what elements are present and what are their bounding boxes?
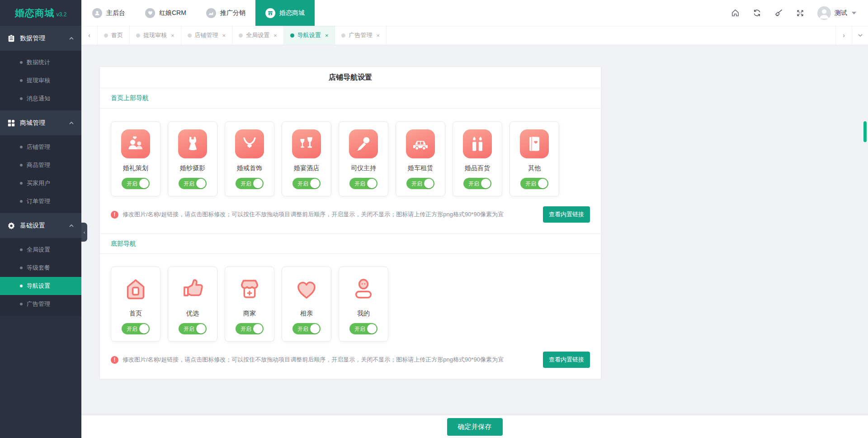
toggle-knob xyxy=(310,324,320,333)
tab-bar: ‹ 首页 提现审核 × 店铺管理 × 全局设置 × 导航设置 × 广告管理 xyxy=(81,26,868,45)
sidebar-item-shop-manage[interactable]: 店铺管理 xyxy=(0,138,81,156)
clear-cache-broom-icon[interactable] xyxy=(774,9,783,18)
sidebar-group-label: 商城管理 xyxy=(20,119,69,127)
nav-card-label: 婚品百货 xyxy=(465,164,490,172)
profile-outline-icon xyxy=(349,275,378,304)
nav-card-toggle[interactable]: 开启 xyxy=(179,323,207,334)
nav-card-toggle[interactable]: 开启 xyxy=(179,178,207,189)
tab-menu-icon[interactable] xyxy=(852,26,868,45)
couple-icon xyxy=(121,129,150,158)
nav-card-label: 婚戒首饰 xyxy=(237,164,262,172)
nav-card-merchant[interactable]: 商家 开启 xyxy=(225,267,274,342)
thumbs-up-icon xyxy=(178,275,208,304)
nav-card-label: 婚纱摄影 xyxy=(180,164,205,172)
tab-global-settings[interactable]: 全局设置 × xyxy=(232,26,284,45)
view-links-button[interactable]: 查看内置链接 xyxy=(543,352,590,368)
sidebar-group-data-items: 数据统计 提现审核 消息通知 xyxy=(0,51,81,110)
nav-card-toggle[interactable]: 开启 xyxy=(520,178,548,189)
nav-card-toggle[interactable]: 开启 xyxy=(463,178,491,189)
user-menu[interactable]: 测试 xyxy=(817,6,856,20)
close-icon[interactable]: × xyxy=(376,32,380,39)
nav-card-featured[interactable]: 优选 开启 xyxy=(168,267,217,342)
sidebar-item-nav-settings[interactable]: 导航设置 xyxy=(0,277,81,295)
toggle-label: 开启 xyxy=(297,180,308,188)
nav-card-toggle[interactable]: 开启 xyxy=(236,323,264,334)
nav-card-home[interactable]: 首页 开启 xyxy=(111,267,160,342)
fullscreen-icon[interactable] xyxy=(796,9,805,18)
nav-item-matchmaker-crm[interactable]: 红娘CRM xyxy=(135,0,196,26)
app-logo: 婚恋商城 v3.2 xyxy=(0,0,81,26)
nav-item-wedding-mall[interactable]: 婚恋商城 xyxy=(255,0,315,26)
home-icon[interactable] xyxy=(731,9,740,18)
tab-ad-manage[interactable]: 广告管理 × xyxy=(335,26,387,45)
sidebar-collapse-handle[interactable]: ‹ xyxy=(81,223,87,242)
nav-card-toggle[interactable]: 开启 xyxy=(292,323,321,334)
nav-item-label: 主后台 xyxy=(106,9,125,17)
sidebar-group-label: 数据管理 xyxy=(20,34,69,43)
tab-scroll-right-icon[interactable]: › xyxy=(835,26,852,45)
close-icon[interactable]: × xyxy=(171,32,175,39)
sidebar-item-message-notify[interactable]: 消息通知 xyxy=(0,90,81,108)
nav-card-banquet-hotel[interactable]: 婚宴酒店 开启 xyxy=(282,121,331,196)
sidebar-item-level-package[interactable]: 等级套餐 xyxy=(0,259,81,277)
nav-card-label: 婚车租赁 xyxy=(408,164,433,172)
tab-dot xyxy=(239,33,243,38)
sidebar-item-buyer-users[interactable]: 买家用户 xyxy=(0,174,81,192)
close-icon[interactable]: × xyxy=(222,32,226,39)
refresh-icon[interactable] xyxy=(752,9,761,18)
nav-card-toggle[interactable]: 开启 xyxy=(236,178,264,189)
tab-withdraw-review[interactable]: 提现审核 × xyxy=(130,26,181,45)
tabbar-spacer xyxy=(387,26,835,45)
sidebar-item-goods-manage[interactable]: 商品管理 xyxy=(0,156,81,174)
tab-home[interactable]: 首页 xyxy=(98,26,130,45)
home-outline-icon xyxy=(121,275,151,304)
nav-card-wedding-photography[interactable]: 婚纱摄影 开启 xyxy=(168,121,217,196)
tab-nav-settings[interactable]: 导航设置 × xyxy=(284,26,335,45)
nav-card-toggle[interactable]: 开启 xyxy=(406,178,434,189)
sidebar-item-withdraw-review[interactable]: 提现审核 xyxy=(0,71,81,90)
sidebar-item-order-manage[interactable]: 订单管理 xyxy=(0,192,81,210)
content-area: 店铺导航设置 首页上部导航 婚礼策划 开启 xyxy=(81,45,868,415)
nav-card-toggle[interactable]: 开启 xyxy=(292,178,321,189)
nav-card-mine[interactable]: 我的 开启 xyxy=(339,267,388,342)
sidebar-item-label: 广告管理 xyxy=(27,300,50,308)
save-button[interactable]: 确定并保存 xyxy=(447,418,503,436)
nav-card-wedding-goods[interactable]: 婚品百货 开启 xyxy=(453,121,502,196)
nav-card-label: 优选 xyxy=(186,309,199,318)
sidebar-item-label: 消息通知 xyxy=(27,95,50,103)
sidebar-group-mall-items: 店铺管理 商品管理 买家用户 订单管理 xyxy=(0,135,81,213)
nav-card-toggle[interactable]: 开启 xyxy=(122,178,150,189)
sidebar-group-settings[interactable]: 基础设置 xyxy=(0,213,81,238)
sidebar-group-mall[interactable]: 商城管理 xyxy=(0,110,81,135)
toggle-label: 开启 xyxy=(127,180,137,188)
nav-card-toggle[interactable]: 开启 xyxy=(349,178,377,189)
close-icon[interactable]: × xyxy=(325,32,329,39)
chart-icon xyxy=(206,8,216,18)
toggle-label: 开启 xyxy=(411,180,422,188)
tab-scroll-left-icon[interactable]: ‹ xyxy=(81,26,98,45)
view-links-button[interactable]: 查看内置链接 xyxy=(543,206,590,223)
nav-card-toggle[interactable]: 开启 xyxy=(349,323,377,334)
nav-item-promotion[interactable]: 推广分销 xyxy=(196,0,255,26)
nav-card-label: 婚礼策划 xyxy=(123,164,148,172)
nav-card-toggle[interactable]: 开启 xyxy=(122,323,150,334)
sidebar-item-data-stats[interactable]: 数据统计 xyxy=(0,53,81,71)
tab-shop-manage[interactable]: 店铺管理 × xyxy=(181,26,233,45)
sidebar-group-data[interactable]: 数据管理 xyxy=(0,26,81,51)
sidebar-item-label: 全局设置 xyxy=(27,246,50,254)
nav-card-label: 我的 xyxy=(357,309,370,318)
tab-dot xyxy=(188,33,192,38)
clipboard-icon xyxy=(7,34,15,43)
nav-item-main-admin[interactable]: 主后台 xyxy=(82,0,135,26)
nav-card-other[interactable]: 其他 开启 xyxy=(509,121,559,196)
nav-card-matchmaking[interactable]: 相亲 开启 xyxy=(282,267,331,342)
sidebar-item-ad-manage[interactable]: 广告管理 xyxy=(0,295,81,313)
nav-card-wedding-planning[interactable]: 婚礼策划 开启 xyxy=(111,121,160,196)
sidebar-item-global-settings[interactable]: 全局设置 xyxy=(0,241,81,259)
scrollbar-thumb[interactable] xyxy=(863,121,867,142)
nav-card-mc-host[interactable]: 司仪主持 开启 xyxy=(339,121,388,196)
nav-card-wedding-car[interactable]: 婚车租赁 开启 xyxy=(396,121,445,196)
nav-card-wedding-rings[interactable]: 婚戒首饰 开启 xyxy=(225,121,274,196)
close-icon[interactable]: × xyxy=(274,32,277,39)
user-name: 测试 xyxy=(835,9,847,17)
